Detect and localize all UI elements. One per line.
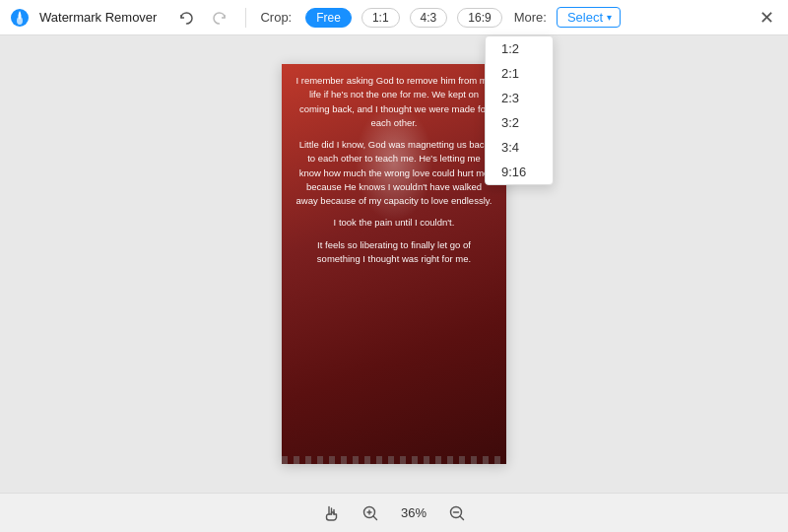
zoom-in-button[interactable]	[357, 499, 384, 527]
dashed-bottom	[282, 456, 506, 464]
image-preview: I remember asking God to remove him from…	[282, 64, 506, 464]
more-label: More:	[514, 10, 547, 25]
dropdown-item-2-3[interactable]: 2:3	[486, 86, 553, 110]
dropdown-item-3-2[interactable]: 3:2	[486, 110, 553, 135]
crop-16-9-button[interactable]: 16:9	[457, 8, 501, 28]
footer-toolbar: 36%	[0, 493, 788, 532]
app-title: Watermark Remover	[39, 10, 157, 25]
aspect-ratio-dropdown: 1:2 2:1 2:3 3:2 3:4 9:16	[485, 35, 554, 185]
app-icon	[10, 8, 30, 28]
hand-tool-button[interactable]	[317, 499, 345, 527]
zoom-level: 36%	[396, 505, 431, 520]
svg-line-5	[373, 516, 377, 520]
svg-point-1	[17, 17, 23, 25]
dropdown-item-2-1[interactable]: 2:1	[486, 61, 553, 86]
svg-line-8	[460, 516, 464, 520]
divider	[245, 8, 246, 28]
crop-free-button[interactable]: Free	[305, 8, 352, 28]
close-button[interactable]: ✕	[755, 6, 778, 30]
select-label: Select	[567, 10, 603, 25]
chevron-down-icon: ▾	[607, 12, 612, 23]
image-inner: I remember asking God to remove him from…	[282, 64, 506, 464]
crop-label: Crop:	[260, 10, 292, 25]
app-header: Watermark Remover Crop: Free 1:1 4:3 16:…	[0, 0, 788, 35]
crop-4-3-button[interactable]: 4:3	[410, 8, 448, 28]
zoom-out-button[interactable]	[443, 499, 471, 527]
undo-button[interactable]	[174, 6, 198, 30]
dropdown-item-3-4[interactable]: 3:4	[486, 135, 553, 160]
dropdown-item-9-16[interactable]: 9:16	[486, 160, 553, 184]
select-dropdown-button[interactable]: Select ▾	[557, 7, 621, 28]
dropdown-item-1-2[interactable]: 1:2	[486, 36, 553, 61]
crop-1-1-button[interactable]: 1:1	[361, 8, 400, 28]
image-text-block-1: I remember asking God to remove him from…	[296, 74, 492, 274]
canvas-area: I remember asking God to remove him from…	[0, 35, 788, 493]
redo-button[interactable]	[208, 6, 231, 30]
